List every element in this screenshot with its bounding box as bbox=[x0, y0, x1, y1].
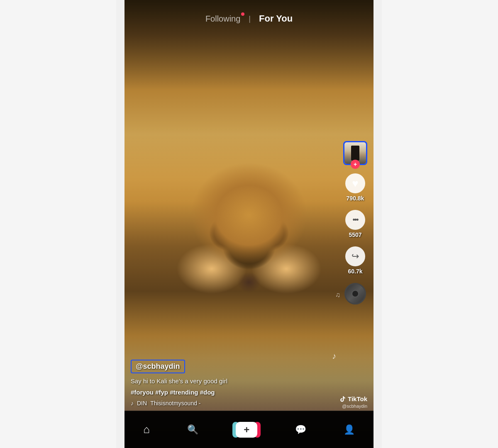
add-icon: + bbox=[244, 424, 249, 436]
video-info: @scbhaydin Say hi to Kali she's a very g… bbox=[131, 360, 340, 407]
comment-count: 5507 bbox=[349, 231, 361, 238]
profile-nav-button[interactable]: 👤 bbox=[337, 421, 361, 438]
video-description: Say hi to Kali she's a very good girl bbox=[131, 377, 340, 385]
tiktok-text: TikTok bbox=[348, 395, 367, 402]
tiktok-watermark: TikTok bbox=[339, 395, 367, 402]
top-navigation: Following | For You bbox=[124, 0, 374, 33]
left-background bbox=[0, 0, 116, 448]
comment-action[interactable]: ••• 5507 bbox=[345, 210, 365, 238]
music-info: ♪ DIN Thisisnotmysound - bbox=[131, 400, 340, 407]
music-note-icon: ♪ bbox=[131, 400, 134, 407]
watermark-username: @scbhaydin bbox=[342, 404, 367, 409]
inbox-nav-button[interactable]: 💬 bbox=[288, 421, 313, 438]
username-container[interactable]: @scbhaydin bbox=[131, 360, 185, 373]
nav-divider: | bbox=[249, 15, 251, 23]
search-nav-button[interactable]: 🔍 bbox=[181, 421, 205, 438]
profile-icon: 👤 bbox=[344, 424, 355, 435]
music-disc-inner bbox=[352, 290, 359, 297]
right-actions-panel: + ♥ 790.8k ••• 5507 ↪ 60.7k bbox=[343, 141, 367, 304]
home-nav-button[interactable]: ⌂ bbox=[137, 420, 156, 439]
music-disc[interactable] bbox=[344, 283, 366, 304]
follow-button[interactable]: + bbox=[351, 160, 360, 169]
notification-dot bbox=[241, 12, 244, 16]
right-background bbox=[382, 0, 498, 448]
surfer-silhouette-icon bbox=[351, 146, 359, 161]
add-nav-button[interactable]: + bbox=[229, 419, 264, 441]
music-title: Thisisnotmysound - bbox=[150, 400, 200, 407]
comment-icon: ••• bbox=[345, 210, 365, 230]
creator-avatar[interactable]: + bbox=[343, 141, 367, 165]
share-icon: ↪ bbox=[345, 246, 365, 266]
for-you-tab[interactable]: For You bbox=[259, 13, 293, 24]
tiktok-logo-icon bbox=[339, 396, 346, 402]
video-hashtags: #foryou #fyp #trending #dog bbox=[131, 389, 340, 396]
phone-screen: Following | For You + ♥ 790.8k bbox=[124, 0, 374, 448]
music-artist: DIN bbox=[137, 400, 147, 407]
floating-music-note-2: ♫ bbox=[335, 291, 340, 299]
username-text: @scbhaydin bbox=[136, 362, 180, 370]
share-count: 60.7k bbox=[348, 268, 362, 275]
home-icon: ⌂ bbox=[143, 423, 150, 436]
share-action[interactable]: ↪ 60.7k bbox=[345, 246, 365, 275]
bottom-navigation: ⌂ 🔍 + 💬 👤 bbox=[124, 411, 374, 448]
following-tab[interactable]: Following bbox=[205, 14, 240, 24]
like-count: 790.8k bbox=[347, 195, 364, 202]
like-icon: ♥ bbox=[345, 173, 365, 193]
search-icon: 🔍 bbox=[187, 424, 198, 435]
like-action[interactable]: ♥ 790.8k bbox=[345, 173, 365, 202]
inbox-icon: 💬 bbox=[295, 424, 306, 435]
